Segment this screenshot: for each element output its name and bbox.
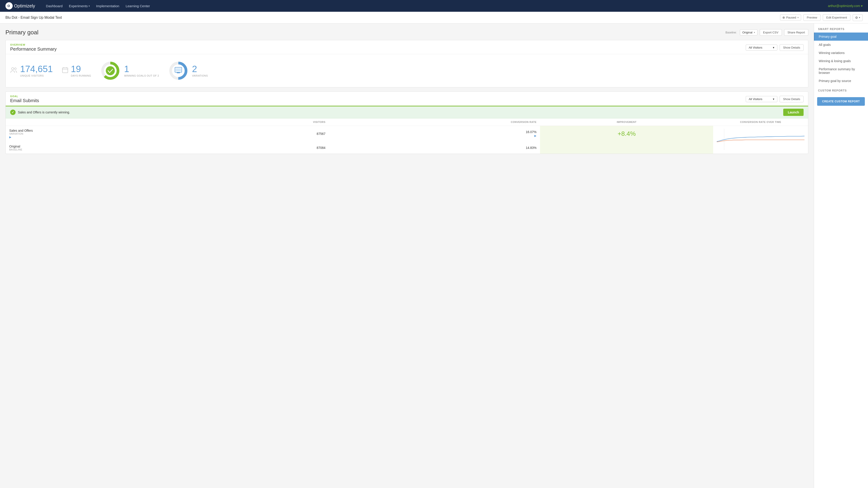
preview-button[interactable]: Preview (803, 14, 820, 21)
baseline-select[interactable]: Original ▾ (740, 29, 757, 35)
performance-visitors-select[interactable]: All Visitors ▾ (746, 44, 777, 51)
share-report-button[interactable]: Share Report (784, 29, 808, 36)
improvement-cell: +8.4% (540, 126, 713, 142)
winning-goals-label: WINNING GOALS OUT OF 2 (124, 74, 159, 77)
main-layout: Primary goal Baseline: Original ▾ Export… (0, 24, 868, 488)
goal-card: GOAL Email Submits All Visitors ▾ Show D… (5, 92, 808, 154)
performance-show-details-button[interactable]: Show Details (780, 44, 804, 51)
expand-arrow-icon[interactable]: ▶ (9, 135, 11, 139)
calendar-icon (62, 67, 68, 74)
variations-value: 2 (192, 64, 208, 73)
smart-reports-title: SMART REPORTS (814, 24, 868, 33)
visitors-icon (10, 67, 18, 74)
baseline-visitors-cell: 87084 (203, 142, 329, 154)
goal-show-details-button[interactable]: Show Details (780, 96, 804, 102)
unique-visitors-value: 174,651 (20, 64, 53, 73)
nav-dashboard[interactable]: Dashboard (46, 4, 62, 8)
conversion-rate-cell: 16.07% ▶ (329, 126, 540, 142)
goal-visitors-select[interactable]: All Visitors ▾ (746, 96, 777, 102)
goal-data-table: VISITORS CONVERSION RATE IMPROVEMENT CON… (6, 119, 808, 154)
page-title-bar: Primary goal Baseline: Original ▾ Export… (5, 29, 808, 36)
overview-label: OVERVIEW (10, 43, 57, 46)
goal-title: Email Submits (10, 98, 39, 103)
goal-label: GOAL (10, 95, 39, 98)
nav-implementation[interactable]: Implementation (96, 4, 119, 8)
winning-text: Sales and Offers is currently winning. (18, 110, 70, 114)
page-title: Primary goal (5, 29, 38, 36)
svg-point-8 (106, 66, 115, 75)
status-dot-icon (782, 17, 785, 19)
svg-point-3 (14, 68, 16, 70)
col-header-improvement: IMPROVEMENT (540, 119, 713, 126)
svg-point-2 (11, 68, 14, 70)
winning-goals-metric: 1 WINNING GOALS OUT OF 2 (100, 61, 159, 81)
sidebar-item-primary-goal[interactable]: Primary goal (814, 33, 868, 41)
status-badge[interactable]: Paused ▾ (780, 14, 801, 21)
sidebar-item-performance-by-browser[interactable]: Performance summary by browser (814, 65, 868, 77)
create-custom-report-button[interactable]: CREATE CUSTOM REPORT (817, 97, 865, 106)
sidebar-item-all-goals[interactable]: All goals (814, 41, 868, 49)
baseline-arrow-icon: ▾ (754, 31, 755, 34)
logo-circle: O (5, 2, 13, 9)
subheader: Blu Dot - Email Sign Up Modal Text Pause… (0, 12, 868, 24)
baseline-label: Baseline: (725, 31, 737, 34)
winning-banner: ✓ Sales and Offers is currently winning.… (6, 106, 808, 119)
sidebar-item-winning-variations[interactable]: Winning variations (814, 49, 868, 57)
days-running-value: 19 (71, 64, 91, 73)
cr-expand-icon[interactable]: ▶ (534, 134, 536, 137)
variations-label: VARIATIONS (192, 74, 208, 77)
gear-button[interactable]: ⚙ ▾ (852, 14, 863, 21)
conversion-chart (717, 128, 804, 151)
sidebar-item-winning-losing-goals[interactable]: Winning & losing goals (814, 57, 868, 65)
svg-rect-13 (176, 68, 181, 71)
col-header-chart: CONVERSION RATE OVER TIME (713, 119, 808, 126)
launch-button[interactable]: Launch (783, 109, 804, 116)
unique-visitors-metric: 174,651 UNIQUE VISITORS (10, 64, 53, 77)
baseline-improvement-cell (540, 142, 713, 154)
goal-card-header: GOAL Email Submits All Visitors ▾ Show D… (6, 92, 808, 106)
baseline-badge: BASELINE (9, 148, 199, 151)
svg-rect-12 (177, 72, 180, 73)
days-running-metric: 19 DAYS RUNNING (62, 64, 91, 77)
table-row: Sales and Offers VARIATION ▶ 87567 16.07… (6, 126, 808, 142)
status-arrow-icon: ▾ (798, 16, 799, 19)
nav-learning-center[interactable]: Learning Center (126, 4, 150, 8)
performance-summary-header: OVERVIEW Performance Summary All Visitor… (6, 40, 808, 54)
subheader-controls: Paused ▾ Preview Edit Experiment ⚙ ▾ (780, 14, 863, 21)
nav-links: Dashboard Experiments ▾ Implementation L… (46, 4, 150, 8)
logo-text: Optimizely (14, 3, 35, 8)
baseline-name: Original (9, 144, 199, 148)
sidebar-item-primary-goal-by-source[interactable]: Primary goal by source (814, 77, 868, 85)
days-running-label: DAYS RUNNING (71, 74, 91, 77)
sidebar: SMART REPORTS Primary goal All goals Win… (814, 24, 868, 488)
nav-user[interactable]: arthur@optimizely.com ▾ (828, 4, 863, 8)
variations-donut (168, 61, 188, 81)
performance-summary-title: Performance Summary (10, 46, 57, 52)
metrics-row: 174,651 UNIQUE VISITORS 19 (6, 54, 808, 87)
edit-experiment-button[interactable]: Edit Experiment (823, 14, 850, 21)
unique-visitors-label: UNIQUE VISITORS (20, 74, 53, 77)
gear-arrow-icon: ▾ (859, 16, 860, 19)
baseline-name-cell: Original BASELINE (6, 142, 203, 154)
user-arrow-icon: ▾ (861, 4, 863, 8)
experiments-arrow-icon: ▾ (89, 5, 90, 7)
logo[interactable]: O Optimizely (5, 2, 35, 9)
performance-summary-card: OVERVIEW Performance Summary All Visitor… (5, 40, 808, 88)
experiment-title: Blu Dot - Email Sign Up Modal Text (5, 15, 776, 20)
winning-check-icon: ✓ (10, 109, 16, 115)
nav-experiments[interactable]: Experiments ▾ (69, 4, 90, 8)
visitors-arrow-icon: ▾ (773, 46, 774, 49)
table-row: Original BASELINE 87084 14.83% (6, 142, 808, 154)
content-area: Primary goal Baseline: Original ▾ Export… (0, 24, 814, 488)
visitors-cell: 87567 (203, 126, 329, 142)
top-navigation: O Optimizely Dashboard Experiments ▾ Imp… (0, 0, 868, 12)
winning-goals-donut (100, 61, 121, 81)
custom-reports-title: CUSTOM REPORTS (814, 85, 868, 94)
col-header-conversion-rate: CONVERSION RATE (329, 119, 540, 126)
col-header-variation (6, 119, 203, 126)
baseline-conversion-rate-cell: 14.83% (329, 142, 540, 154)
export-csv-button[interactable]: Export CSV (760, 29, 782, 36)
improvement-value: +8.4% (544, 130, 710, 137)
svg-text:O: O (7, 4, 10, 8)
variation-name-cell: Sales and Offers VARIATION ▶ (6, 126, 203, 142)
